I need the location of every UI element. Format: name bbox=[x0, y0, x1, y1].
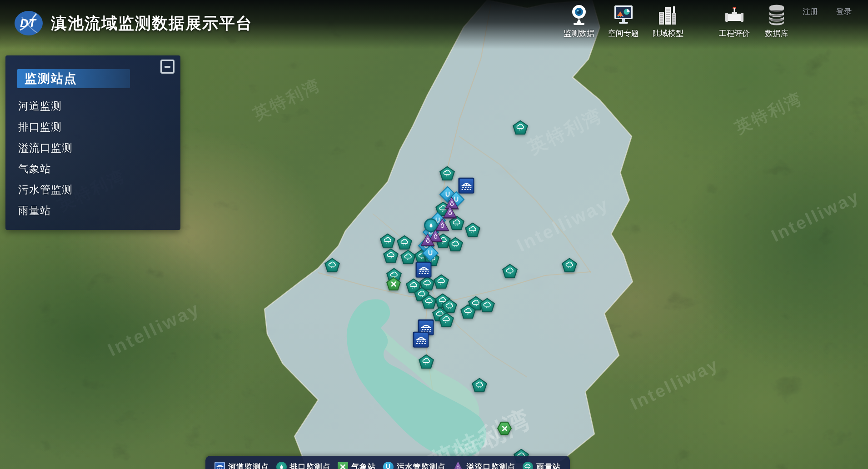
river-legend-icon bbox=[215, 462, 225, 469]
top-bar: DT 滇池流域监测数据展示平台 监测数据空间专题陆域模型工程评价数据库 注册 登… bbox=[0, 0, 868, 49]
legend-item-overflow: 溢流口监测点 bbox=[453, 462, 515, 469]
river-monitor-marker[interactable] bbox=[413, 332, 429, 348]
rain-legend-icon bbox=[523, 462, 533, 469]
sidebar-item-sewage[interactable]: 污水管监测 bbox=[18, 179, 180, 200]
sewage-legend-icon bbox=[383, 462, 394, 469]
svg-text:DT: DT bbox=[20, 16, 37, 30]
river-monitor-marker[interactable] bbox=[459, 178, 474, 194]
overflow-marker[interactable] bbox=[420, 233, 435, 247]
nav-land-model[interactable]: 陆域模型 bbox=[653, 3, 683, 39]
map-legend: 河道监测点排口监测点气象站污水管监测点溢流口监测点雨量站 bbox=[205, 456, 570, 469]
legend-label: 河道监测点 bbox=[228, 462, 269, 469]
buildings-icon bbox=[655, 3, 681, 27]
rain-station-marker[interactable] bbox=[465, 222, 480, 237]
legend-item-sewage: 污水管监测点 bbox=[383, 462, 446, 469]
nav-label: 陆域模型 bbox=[653, 28, 683, 39]
river-monitor-marker[interactable] bbox=[416, 262, 432, 278]
login-link[interactable]: 登录 bbox=[836, 6, 852, 17]
legend-label: 气象站 bbox=[351, 462, 376, 469]
rain-station-marker[interactable] bbox=[439, 312, 454, 327]
legend-item-rain: 雨量站 bbox=[523, 462, 561, 469]
valve-icon bbox=[721, 3, 748, 27]
sidebar-item-weather[interactable]: 气象站 bbox=[18, 158, 180, 179]
monitor-stations-panel: 监测站点 河道监测排口监测溢流口监测气象站污水管监测雨量站 bbox=[5, 55, 180, 230]
auth-links: 注册 登录 bbox=[803, 6, 852, 17]
rain-station-marker[interactable] bbox=[472, 378, 487, 392]
rain-station-marker[interactable] bbox=[380, 233, 395, 248]
nav-monitor-data[interactable]: 监测数据 bbox=[564, 3, 594, 39]
database-icon bbox=[763, 3, 790, 27]
weather-station-marker[interactable] bbox=[497, 421, 512, 435]
panel-title: 监测站点 bbox=[17, 69, 130, 88]
rain-station-marker[interactable] bbox=[397, 235, 412, 249]
sidebar-item-rain[interactable]: 雨量站 bbox=[18, 200, 180, 221]
register-link[interactable]: 注册 bbox=[803, 6, 818, 17]
nav-database[interactable]: 数据库 bbox=[763, 3, 790, 39]
legend-label: 排口监测点 bbox=[290, 462, 331, 469]
legend-item-river: 河道监测点 bbox=[215, 462, 269, 469]
page-title: 滇池流域监测数据展示平台 bbox=[51, 13, 253, 34]
rain-station-marker[interactable] bbox=[383, 248, 399, 263]
rain-station-marker[interactable] bbox=[448, 237, 463, 251]
sidebar-item-river[interactable]: 河道监测 bbox=[18, 95, 180, 116]
rain-station-marker[interactable] bbox=[434, 274, 449, 289]
nav-spatial-theme[interactable]: 空间专题 bbox=[608, 3, 639, 39]
nav-label: 数据库 bbox=[765, 28, 788, 39]
minus-icon bbox=[165, 66, 170, 68]
rain-station-marker[interactable] bbox=[419, 354, 434, 369]
rain-station-marker[interactable] bbox=[324, 258, 340, 272]
nav-project-eval[interactable]: 工程评价 bbox=[719, 3, 750, 39]
sidebar-item-outlet[interactable]: 排口监测 bbox=[18, 116, 180, 137]
company-logo-icon: DT bbox=[14, 10, 44, 36]
weather-legend-icon bbox=[338, 462, 348, 469]
rain-station-marker[interactable] bbox=[439, 166, 455, 180]
overflow-marker[interactable] bbox=[443, 205, 457, 219]
webcam-icon bbox=[566, 3, 592, 27]
rain-station-marker[interactable] bbox=[502, 264, 518, 278]
rain-station-marker[interactable] bbox=[400, 249, 416, 264]
legend-item-outlet: 排口监测点 bbox=[276, 462, 331, 469]
top-nav: 监测数据空间专题陆域模型工程评价数据库 bbox=[564, 3, 790, 39]
weather-station-marker[interactable] bbox=[386, 277, 401, 291]
panel-menu: 河道监测排口监测溢流口监测气象站污水管监测雨量站 bbox=[18, 95, 180, 221]
rain-station-marker[interactable] bbox=[479, 298, 495, 312]
legend-label: 污水管监测点 bbox=[397, 462, 446, 469]
panel-minimize-button[interactable] bbox=[160, 60, 175, 74]
rain-station-marker[interactable] bbox=[460, 304, 476, 319]
legend-label: 雨量站 bbox=[536, 462, 561, 469]
rain-station-marker[interactable] bbox=[562, 258, 577, 272]
nav-label: 空间专题 bbox=[608, 28, 639, 39]
legend-item-weather: 气象站 bbox=[338, 462, 376, 469]
outlet-legend-icon bbox=[276, 462, 287, 469]
brand: DT 滇池流域监测数据展示平台 bbox=[14, 10, 253, 36]
rain-station-marker[interactable] bbox=[513, 120, 528, 135]
nav-label: 工程评价 bbox=[719, 28, 750, 39]
app-window: 英特利湾IntelliwayIntelliway英特利湾Intelliway英特… bbox=[0, 0, 868, 469]
overflow-legend-icon bbox=[453, 462, 463, 469]
legend-label: 溢流口监测点 bbox=[466, 462, 515, 469]
sidebar-item-overflow[interactable]: 溢流口监测 bbox=[18, 137, 180, 158]
monitor-chart-icon bbox=[610, 3, 637, 27]
nav-label: 监测数据 bbox=[564, 28, 594, 39]
